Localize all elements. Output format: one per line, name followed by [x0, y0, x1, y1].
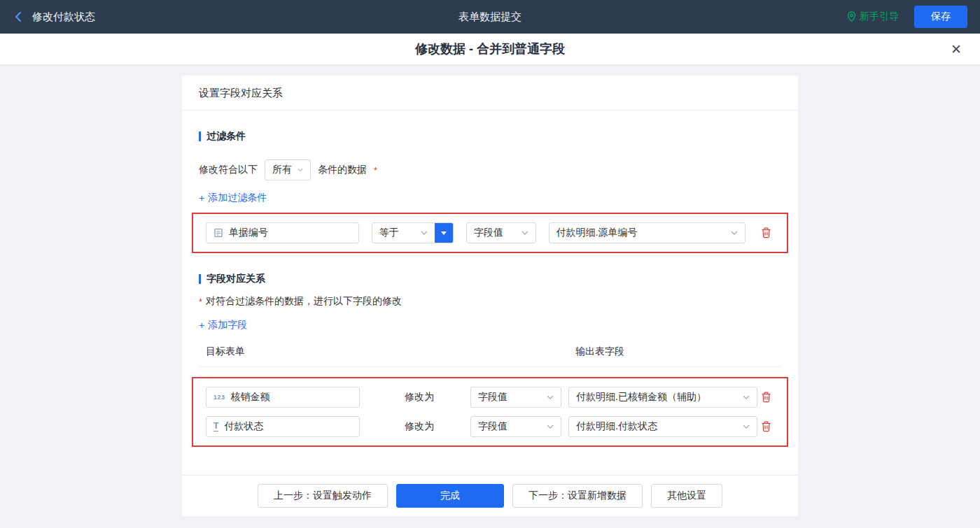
filter-section-title: 过滤条件 — [199, 130, 781, 143]
text-field-icon: T — [214, 422, 218, 431]
mapping-value-type-select[interactable]: 字段值 — [470, 387, 561, 408]
operator-value: 等于 — [379, 227, 399, 239]
operator-dropdown-button[interactable] — [435, 223, 453, 243]
done-button[interactable]: 完成 — [396, 484, 504, 508]
trash-icon — [761, 227, 771, 238]
delete-field-button[interactable] — [758, 389, 774, 406]
chevron-down-icon — [547, 424, 554, 429]
section-accent-bar — [199, 131, 201, 141]
add-field-label: 添加字段 — [208, 319, 247, 331]
beginner-guide-link[interactable]: 新手引导 — [847, 10, 899, 23]
mapping-highlight-box: 123 核销金额 修改为 字段值 付款明细.已核销金额（辅助） — [192, 377, 788, 447]
add-filter-link[interactable]: + 添加过滤条件 — [199, 192, 267, 204]
back-button[interactable]: 修改付款状态 — [13, 10, 95, 24]
main-area: 设置字段对应关系 过滤条件 修改符合以下 所有 条件的数据 * + 添加过滤条件 — [0, 65, 980, 516]
chevron-down-icon — [731, 231, 738, 235]
modify-to-label: 修改为 — [405, 391, 438, 404]
trash-icon — [761, 421, 771, 432]
guide-label: 新手引导 — [860, 10, 899, 23]
mapping-value-type: 字段值 — [478, 391, 507, 404]
mapping-description-text: 对符合过滤条件的数据，进行以下字段的修改 — [206, 295, 402, 308]
save-button[interactable]: 保存 — [914, 6, 967, 28]
filter-highlight-box: 单据编号 等于 字段值 付款明细.源单编号 — [192, 213, 788, 253]
add-field-link[interactable]: + 添加字段 — [199, 319, 247, 331]
mapping-description: * 对符合过滤条件的数据，进行以下字段的修改 — [199, 295, 781, 308]
operator-select[interactable]: 等于 — [372, 222, 454, 243]
chevron-down-icon — [743, 395, 750, 399]
mapping-row: 123 核销金额 修改为 字段值 付款明细.已核销金额（辅助） — [206, 387, 774, 408]
filter-field-label: 单据编号 — [229, 227, 268, 239]
output-field-select[interactable]: 付款明细.付款状态 — [568, 416, 757, 437]
next-step-button[interactable]: 下一步：设置新增数据 — [512, 484, 643, 508]
section-accent-bar — [199, 274, 201, 284]
chevron-left-icon — [13, 10, 25, 23]
filter-field-box[interactable]: 单据编号 — [206, 222, 359, 243]
plus-icon: + — [199, 192, 204, 204]
chevron-down-icon — [298, 168, 303, 172]
column-headers: 目标表单 输出表字段 — [199, 345, 781, 367]
modal-header: 修改数据 - 合并到普通字段 ✕ — [0, 34, 980, 65]
settings-card: 设置字段对应关系 过滤条件 修改符合以下 所有 条件的数据 * + 添加过滤条件 — [182, 76, 798, 516]
chevron-down-icon — [522, 231, 528, 235]
mapping-value-type: 字段值 — [478, 420, 507, 433]
mapping-section-label: 字段对应关系 — [206, 273, 265, 285]
trash-icon — [761, 392, 771, 403]
triangle-down-icon — [441, 231, 447, 238]
card-title: 设置字段对应关系 — [182, 76, 798, 110]
required-mark: * — [374, 165, 377, 176]
mapping-row: T 付款状态 修改为 字段值 付款明细.付款状态 — [206, 416, 774, 437]
cond-suffix: 条件的数据 — [318, 164, 367, 176]
card-body: 过滤条件 修改符合以下 所有 条件的数据 * + 添加过滤条件 单据编号 — [182, 130, 798, 447]
plus-icon: + — [199, 320, 204, 331]
chevron-down-icon — [421, 231, 428, 235]
chevron-down-icon — [743, 424, 750, 429]
topbar-right: 新手引导 保存 — [847, 6, 967, 28]
filter-value-field-select[interactable]: 付款明细.源单编号 — [549, 222, 746, 243]
target-field-label: 核销金额 — [231, 391, 270, 404]
required-mark: * — [199, 297, 202, 307]
target-field-box[interactable]: 123 核销金额 — [206, 387, 360, 408]
filter-section-label: 过滤条件 — [206, 130, 246, 143]
delete-filter-button[interactable] — [758, 224, 774, 241]
back-label: 修改付款状态 — [32, 10, 95, 24]
other-settings-button[interactable]: 其他设置 — [651, 484, 722, 508]
filter-value-type: 字段值 — [474, 227, 503, 239]
close-icon[interactable]: ✕ — [951, 43, 962, 56]
output-field-select[interactable]: 付款明细.已核销金额（辅助） — [568, 387, 757, 408]
modify-to-label: 修改为 — [405, 420, 438, 433]
match-mode-value: 所有 — [272, 164, 292, 176]
mapping-section-title: 字段对应关系 — [199, 273, 781, 285]
serial-number-field-icon — [214, 228, 223, 238]
location-pin-icon — [847, 11, 856, 22]
output-field-value: 付款明细.已核销金额（辅助） — [576, 391, 706, 404]
filter-condition-row: 修改符合以下 所有 条件的数据 * — [199, 159, 781, 180]
filter-value-type-select[interactable]: 字段值 — [466, 222, 536, 243]
target-field-box[interactable]: T 付款状态 — [206, 416, 360, 437]
cond-prefix: 修改符合以下 — [199, 164, 258, 176]
modal-title: 修改数据 - 合并到普通字段 — [415, 41, 565, 57]
add-filter-label: 添加过滤条件 — [208, 192, 267, 204]
mapping-value-type-select[interactable]: 字段值 — [470, 416, 561, 437]
filter-value-field: 付款明细.源单编号 — [556, 227, 638, 239]
col-target-form: 目标表单 — [206, 345, 245, 358]
number-field-icon: 123 — [214, 394, 225, 401]
topbar-title: 表单数据提交 — [458, 10, 522, 24]
prev-step-button[interactable]: 上一步：设置触发动作 — [258, 484, 388, 508]
card-footer: 上一步：设置触发动作 完成 下一步：设置新增数据 其他设置 — [182, 475, 798, 516]
col-output-field: 输出表字段 — [575, 345, 624, 358]
target-field-label: 付款状态 — [224, 420, 263, 433]
output-field-value: 付款明细.付款状态 — [576, 420, 657, 433]
topbar: 修改付款状态 表单数据提交 新手引导 保存 — [0, 0, 980, 34]
delete-field-button[interactable] — [758, 418, 774, 435]
chevron-down-icon — [547, 395, 554, 399]
match-mode-select[interactable]: 所有 — [265, 159, 311, 180]
